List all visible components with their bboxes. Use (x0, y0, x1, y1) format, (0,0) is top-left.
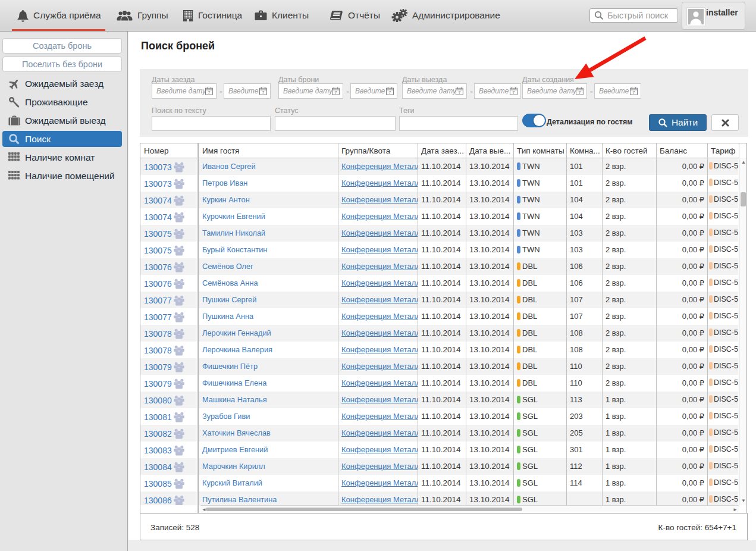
svg-text:7: 7 (579, 90, 581, 95)
svg-text:7: 7 (389, 90, 391, 95)
svg-text:7: 7 (633, 90, 635, 95)
svg-text:7: 7 (335, 90, 337, 95)
svg-text:7: 7 (262, 90, 265, 95)
svg-text:7: 7 (513, 90, 515, 95)
svg-text:7: 7 (208, 90, 211, 95)
svg-text:7: 7 (459, 90, 461, 95)
